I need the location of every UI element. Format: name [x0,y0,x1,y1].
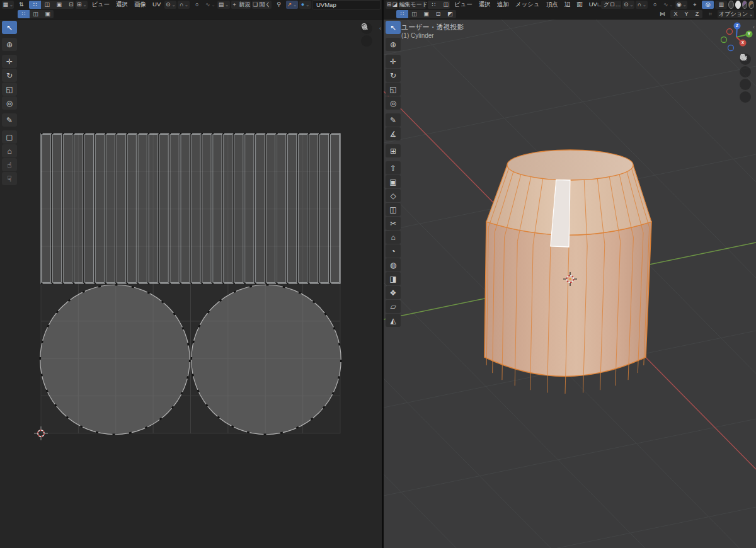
v3d-menu-0[interactable]: ビュー [451,1,476,9]
uv-map-dropdown[interactable]: ↗⌄ [286,1,298,9]
wrapped-select-island-button[interactable]: ⊡ [432,10,444,18]
cursor-3d-tool[interactable]: ⊕ [386,38,401,51]
uv-select-island-button[interactable]: ⊡ [65,1,74,9]
measure-tool[interactable]: ∡ [386,127,401,140]
tweak-select-tool[interactable]: ↖ [386,21,401,34]
uv-menu-1[interactable]: 選択 [113,1,131,9]
uv-select-face-button[interactable]: ▣ [53,1,65,9]
orientation-dropdown[interactable]: ∟ グロ…⌄ [601,1,621,9]
wrapped-select-extra-button[interactable]: ◩ [444,10,456,18]
poly-build-tool[interactable]: ⌂ [386,231,401,244]
tweak-select-tool[interactable]: ↖ [2,21,17,34]
editor-divider[interactable] [382,0,384,548]
relax-tool[interactable]: ⌂ [2,144,17,157]
camera-view-button[interactable] [740,79,751,90]
uv-snap-dropdown[interactable]: ∩⌄ [178,1,190,9]
editor-type-button[interactable]: ▦⌄ [2,1,14,9]
select-mode-vertex-button[interactable]: ∷ [428,1,440,9]
mirror-axis-x-button[interactable]: X [670,10,681,18]
wrapped-select-face-button[interactable]: ▣ [420,10,432,18]
rotate-tool[interactable]: ↻ [386,69,401,82]
uv-select-vertex-button[interactable]: ∷ [29,1,41,9]
perspective-toggle-button[interactable] [740,91,751,103]
add-cube-tool[interactable]: ⊞ [386,144,401,157]
annotate-tool[interactable]: ✎ [386,113,401,127]
uv-select-edge-button[interactable]: ◫ [41,1,53,9]
mirror-axis-y-button[interactable]: Y [681,10,692,18]
spin-tool[interactable]: ◔ [386,244,401,258]
mode-dropdown[interactable]: ◪ 編集モード⌄ [399,1,426,9]
uv-menu-0[interactable]: ビュー [88,1,113,9]
bevel-tool[interactable]: ◇ [386,189,401,202]
v3d-menu-2[interactable]: 追加 [494,1,512,9]
shading-rendered-button[interactable] [748,1,754,9]
v3d-menu-5[interactable]: 辺 [561,1,574,9]
select-mode-edge-button[interactable]: ◫ [440,1,450,9]
show-gizmo-toggle[interactable]: ⌖ [689,1,701,9]
shrink-fatten-tool[interactable]: ❖ [386,286,401,299]
display-channels-dropdown[interactable]: ●⌄ [299,1,311,9]
falloff-dropdown[interactable]: ∿⌄ [662,1,674,9]
sticky-selection-dropdown[interactable]: ⊞⌄ [76,1,88,9]
uv-canvas[interactable] [0,19,382,548]
transform-tool[interactable]: ◎ [386,96,401,110]
pin-toggle[interactable]: ⚲ [273,1,285,9]
shading-wireframe-button[interactable] [728,1,734,9]
proportional-toggle[interactable]: ○ [649,1,661,9]
uv-wrapped-edge-button[interactable]: ◫ [30,10,42,18]
shading-material-button[interactable] [742,1,748,9]
move-tool[interactable]: ✛ [2,55,17,68]
uv-menu-3[interactable]: UV [149,1,164,9]
image-open-button[interactable]: ❏ 開く [252,1,272,9]
inset-faces-tool[interactable]: ▣ [386,175,401,188]
uv-sync-selection-toggle[interactable]: ⇅ [15,1,27,9]
uv-falloff-dropdown[interactable]: ∿⌄ [204,1,216,9]
uv-map-name-field[interactable]: UVMap [312,0,381,9]
sidebar-collapse-arrow[interactable]: ‹ [379,25,381,31]
edge-slide-tool[interactable]: ◨ [386,272,401,285]
shear-tool[interactable]: ▱ [386,300,401,313]
uv-menu-2[interactable]: 画像 [131,1,149,9]
v3d-menu-1[interactable]: 選択 [476,1,494,9]
visibility-filter-dropdown[interactable]: ◉⌄ [675,1,687,9]
loop-cut-tool[interactable]: ◫ [386,203,401,216]
move-tool[interactable]: ✛ [386,55,401,68]
image-browse-dropdown[interactable]: ▤⌄ [217,1,229,9]
mirror-axis-z-button[interactable]: Z [692,10,702,18]
pin-tool[interactable]: ☟ [2,172,17,185]
show-overlays-toggle[interactable]: ◎ [702,1,714,9]
grab-tool[interactable]: ▢ [2,130,17,144]
viewport-canvas[interactable]: ZYX [384,19,756,548]
wrapped-select-edge-button[interactable]: ◫ [408,10,420,18]
extrude-region-tool[interactable]: ⇧ [386,161,401,174]
v3d-menu-4[interactable]: 頂点 [543,1,561,9]
rotate-tool[interactable]: ↻ [2,69,17,82]
smooth-tool[interactable]: ◍ [386,258,401,271]
sidebar-collapse-arrow[interactable]: ‹ [753,24,755,30]
pinch-tool[interactable]: ☝ [2,158,17,171]
uv-wrapped-face-button[interactable]: ▣ [42,10,54,18]
shading-solid-button[interactable] [735,1,741,9]
image-new-button[interactable]: ＋ 新規 [231,1,251,9]
uv-pivot-dropdown[interactable]: ⊙⌄ [164,1,176,9]
cursor-2d-tool[interactable]: ⊕ [2,38,17,51]
rip-region-tool[interactable]: ◭ [386,314,401,327]
uv-proportional-toggle[interactable]: ○ [191,1,203,9]
xray-toggle[interactable]: ▥ [715,1,727,9]
options-dropdown[interactable]: オプション⌄ [718,10,754,18]
v3d-menu-6[interactable]: 面 [573,1,586,9]
snap-dropdown[interactable]: ∩⌄ [636,1,648,9]
wrapped-select-vertex-button[interactable]: ∷ [396,10,408,18]
uv-wrapped-vertex-button[interactable]: ∷ [18,10,30,18]
live-unwrap-toggle[interactable]: ⌗ [704,10,716,18]
scale-tool[interactable]: ◱ [386,83,401,96]
scale-tool[interactable]: ◱ [2,83,17,96]
pan-hand-button[interactable] [361,35,372,47]
pan-view-button[interactable] [740,66,751,77]
pivot-dropdown[interactable]: ⊙⌄ [622,1,634,9]
knife-tool[interactable]: ✂ [386,217,401,230]
mirror-dropdown[interactable]: ⋈ [656,10,668,18]
v3d-menu-3[interactable]: メッシュ [512,1,543,9]
annotate-tool[interactable]: ✎ [2,113,17,127]
transform-tool[interactable]: ◎ [2,96,17,110]
